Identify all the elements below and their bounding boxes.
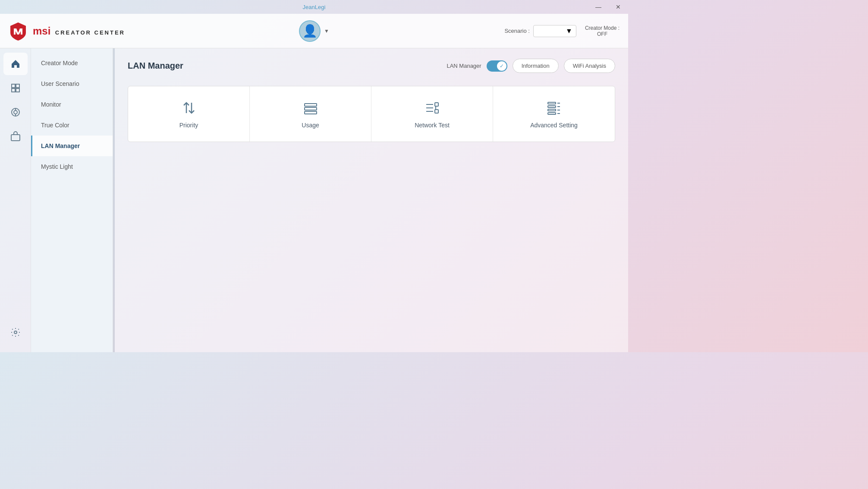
svg-point-5	[14, 110, 17, 114]
sidebar-icon-rail	[0, 48, 31, 352]
feature-cards-grid: Priority Usage	[128, 86, 615, 142]
svg-rect-3	[16, 88, 19, 92]
sidebar-item-monitor[interactable]: Monitor	[31, 94, 113, 115]
app-name-text: CREATOR CENTER	[55, 29, 125, 36]
window-controls: — ✕	[588, 0, 628, 14]
svg-rect-14	[305, 111, 317, 114]
svg-rect-12	[305, 104, 317, 106]
scenario-dropdown[interactable]: ▼	[533, 25, 576, 37]
msi-text: msi	[33, 25, 50, 37]
logo-text: msi CREATOR CENTER	[33, 25, 125, 37]
svg-rect-18	[435, 103, 438, 106]
settings-icon-btn[interactable]	[3, 321, 28, 344]
toggle-knob: ✓	[497, 61, 506, 71]
title-bar: JeanLegi — ✕	[0, 0, 628, 14]
sidebar-nav: Creator Mode User Scenario Monitor True …	[31, 48, 113, 352]
sidebar-item-lan-manager[interactable]: LAN Manager	[31, 136, 113, 156]
content-area: LAN Manager LAN Manager ✓ Information Wi…	[115, 48, 628, 352]
usage-card[interactable]: Usage	[250, 86, 371, 142]
creator-mode-value: OFF	[585, 31, 620, 37]
logo-area: msi CREATOR CENTER	[9, 22, 125, 41]
creator-mode-area: Creator Mode : OFF	[585, 25, 620, 37]
priority-icon	[180, 99, 198, 117]
network-test-icon	[424, 99, 441, 117]
sidebar-icon-network[interactable]	[3, 101, 28, 123]
page-header: LAN Manager LAN Manager ✓ Information Wi…	[128, 59, 615, 73]
page-title: LAN Manager	[128, 61, 183, 71]
scenario-dropdown-arrow: ▼	[566, 27, 572, 35]
svg-rect-8	[11, 135, 20, 141]
svg-rect-2	[12, 88, 15, 92]
svg-rect-13	[305, 107, 317, 110]
advanced-setting-icon	[545, 99, 563, 117]
svg-point-9	[14, 331, 17, 334]
close-button[interactable]: ✕	[608, 0, 628, 14]
username-label: JeanLegi	[303, 4, 326, 10]
header-center: 👤 ▼	[299, 20, 329, 42]
lan-manager-toggle-label: LAN Manager	[447, 63, 481, 69]
sidebar-icon-home[interactable]	[3, 53, 28, 75]
header-right: Scenario : ▼ Creator Mode : OFF	[504, 25, 620, 37]
advanced-setting-label: Advanced Setting	[530, 122, 578, 129]
priority-label: Priority	[179, 122, 198, 129]
usage-icon	[302, 99, 319, 117]
svg-rect-19	[435, 110, 438, 113]
main-layout: Creator Mode User Scenario Monitor True …	[0, 48, 628, 352]
svg-rect-22	[548, 106, 556, 107]
svg-rect-0	[12, 84, 15, 88]
sidebar-item-true-color[interactable]: True Color	[31, 115, 113, 136]
page-controls: LAN Manager ✓ Information WiFi Analysis	[447, 59, 615, 73]
sidebar-item-mystic-light[interactable]: Mystic Light	[31, 156, 113, 177]
avatar-icon: 👤	[302, 24, 318, 38]
creator-mode-label: Creator Mode :	[585, 25, 620, 31]
minimize-button[interactable]: —	[588, 0, 608, 14]
user-avatar[interactable]: 👤	[299, 20, 321, 42]
scenario-label: Scenario :	[504, 28, 530, 34]
svg-rect-23	[548, 109, 556, 111]
scenario-area: Scenario : ▼	[504, 25, 576, 37]
usage-label: Usage	[302, 122, 319, 129]
wifi-analysis-tab[interactable]: WiFi Analysis	[564, 59, 615, 73]
network-test-label: Network Test	[415, 122, 450, 129]
svg-rect-21	[548, 102, 556, 104]
svg-rect-24	[548, 113, 556, 114]
app-header: msi CREATOR CENTER 👤 ▼ Scenario : ▼ Crea…	[0, 14, 628, 48]
avatar-dropdown-arrow[interactable]: ▼	[324, 28, 329, 34]
svg-rect-1	[16, 84, 19, 88]
priority-card[interactable]: Priority	[128, 86, 250, 142]
msi-logo-icon	[9, 22, 28, 41]
sidebar-item-user-scenario[interactable]: User Scenario	[31, 73, 113, 94]
lan-manager-toggle[interactable]: ✓	[487, 60, 507, 72]
sidebar-icon-grid[interactable]	[3, 77, 28, 99]
sidebar-item-creator-mode[interactable]: Creator Mode	[31, 53, 113, 73]
advanced-setting-card[interactable]: Advanced Setting	[493, 86, 615, 142]
sidebar-icon-toolbox[interactable]	[3, 125, 28, 148]
network-test-card[interactable]: Network Test	[371, 86, 493, 142]
information-tab[interactable]: Information	[513, 59, 559, 73]
